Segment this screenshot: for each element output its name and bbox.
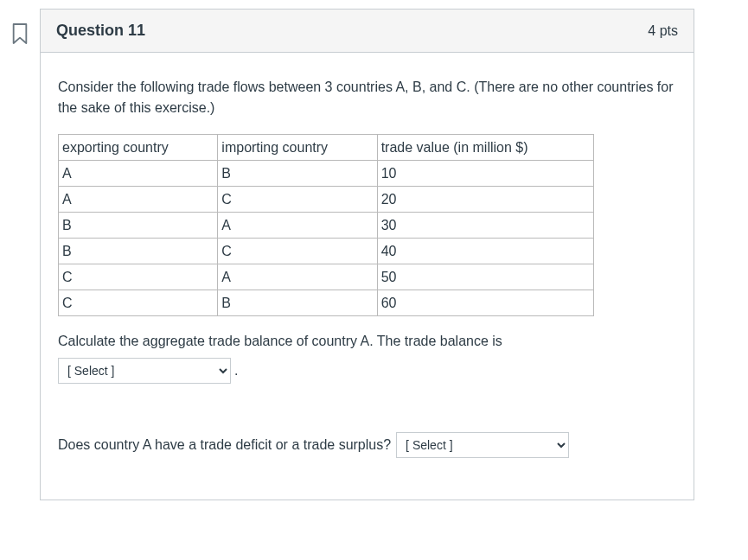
table-cell: C	[218, 239, 377, 264]
table-cell: A	[218, 213, 377, 239]
table-cell: 60	[377, 290, 593, 316]
table-cell: B	[59, 239, 218, 264]
question-1-select[interactable]: [ Select ]	[58, 358, 231, 384]
bookmark-icon[interactable]	[10, 22, 29, 45]
table-row: BC40	[59, 239, 594, 264]
col-trade-value: trade value (in million $)	[377, 135, 593, 161]
question-1-punct: .	[234, 360, 238, 382]
question-header: Question 11 4 pts	[41, 10, 694, 53]
question-card: Question 11 4 pts Consider the following…	[40, 9, 694, 500]
table-cell: 40	[377, 239, 593, 264]
question-points: 4 pts	[648, 23, 678, 39]
question-body: Consider the following trade flows betwe…	[41, 53, 694, 500]
table-cell: 30	[377, 213, 593, 239]
col-exporting: exporting country	[59, 135, 218, 161]
table-cell: A	[59, 161, 218, 187]
table-cell: C	[59, 264, 218, 290]
table-row: BA30	[59, 213, 594, 239]
table-cell: C	[218, 187, 377, 213]
table-row: CA50	[59, 264, 594, 290]
question-2: Does country A have a trade deficit or a…	[58, 432, 676, 458]
question-1: Calculate the aggregate trade balance of…	[58, 330, 676, 384]
question-1-text: Calculate the aggregate trade balance of…	[58, 330, 676, 353]
table-cell: 50	[377, 264, 593, 290]
table-cell: C	[59, 290, 218, 316]
question-2-text: Does country A have a trade deficit or a…	[58, 437, 391, 453]
table-cell: 10	[377, 161, 593, 187]
table-row: AB10	[59, 161, 594, 187]
table-cell: B	[218, 161, 377, 187]
table-cell: A	[218, 264, 377, 290]
table-row: CB60	[59, 290, 594, 316]
table-cell: B	[59, 213, 218, 239]
trade-table: exporting country importing country trad…	[58, 134, 594, 316]
question-prompt: Consider the following trade flows betwe…	[58, 77, 676, 118]
table-cell: 20	[377, 187, 593, 213]
table-header-row: exporting country importing country trad…	[59, 135, 594, 161]
table-cell: B	[218, 290, 377, 316]
question-2-select[interactable]: [ Select ]	[396, 432, 569, 458]
question-title: Question 11	[56, 22, 145, 40]
table-cell: A	[59, 187, 218, 213]
table-row: AC20	[59, 187, 594, 213]
col-importing: importing country	[218, 135, 377, 161]
